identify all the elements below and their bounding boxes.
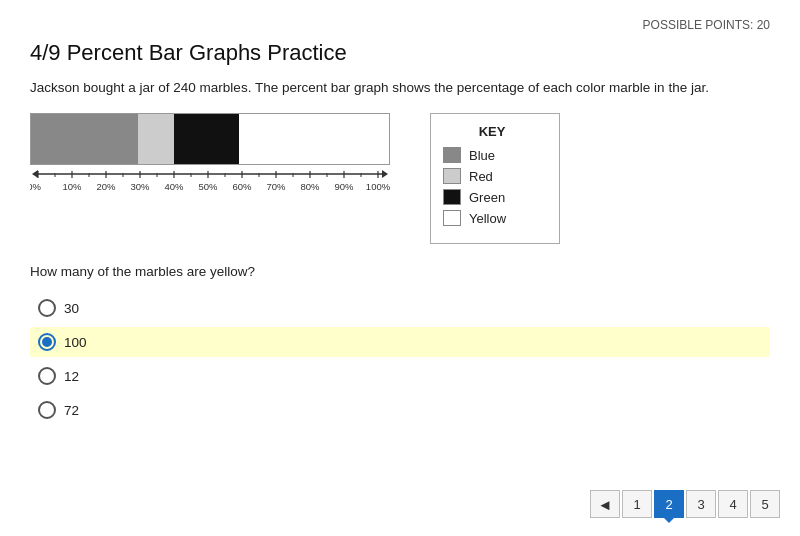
pagination: ◄ 1 2 3 4 5: [590, 490, 780, 518]
svg-marker-2: [382, 170, 388, 178]
sub-question: How many of the marbles are yellow?: [30, 264, 770, 279]
svg-text:40%: 40%: [164, 181, 184, 192]
option-30-label: 30: [64, 301, 79, 316]
option-72[interactable]: 72: [30, 395, 770, 425]
radio-100[interactable]: [38, 333, 56, 351]
option-100-label: 100: [64, 335, 87, 350]
page-btn-4[interactable]: 4: [718, 490, 748, 518]
bar-blue: [31, 114, 138, 164]
percent-bar: [30, 113, 390, 165]
svg-text:90%: 90%: [334, 181, 354, 192]
option-12[interactable]: 12: [30, 361, 770, 391]
bar-black: [174, 114, 238, 164]
key-swatch-green: [443, 189, 461, 205]
svg-text:0%: 0%: [30, 181, 41, 192]
key-swatch-blue: [443, 147, 461, 163]
axis: 0% 10% 20% 30% 40% 50% 60% 70% 80% 90% 1…: [30, 168, 390, 196]
bar-gray: [138, 114, 174, 164]
key-label-yellow: Yellow: [469, 211, 506, 226]
svg-text:60%: 60%: [232, 181, 252, 192]
answer-options: 30 100 12 72: [30, 293, 770, 425]
svg-text:100%: 100%: [366, 181, 390, 192]
page-btn-3[interactable]: 3: [686, 490, 716, 518]
prev-button[interactable]: ◄: [590, 490, 620, 518]
key-label-blue: Blue: [469, 148, 495, 163]
key-item-yellow: Yellow: [443, 210, 541, 226]
svg-text:70%: 70%: [266, 181, 286, 192]
key-swatch-red: [443, 168, 461, 184]
option-12-label: 12: [64, 369, 79, 384]
svg-text:80%: 80%: [300, 181, 320, 192]
key-item-green: Green: [443, 189, 541, 205]
page-btn-1[interactable]: 1: [622, 490, 652, 518]
problem-text: Jackson bought a jar of 240 marbles. The…: [30, 80, 770, 95]
svg-text:30%: 30%: [130, 181, 150, 192]
page-btn-5[interactable]: 5: [750, 490, 780, 518]
radio-100-inner: [42, 337, 52, 347]
key-label-red: Red: [469, 169, 493, 184]
key-label-green: Green: [469, 190, 505, 205]
radio-72[interactable]: [38, 401, 56, 419]
option-30[interactable]: 30: [30, 293, 770, 323]
svg-text:20%: 20%: [96, 181, 116, 192]
possible-points: POSSIBLE POINTS: 20: [30, 18, 770, 32]
key-swatch-yellow: [443, 210, 461, 226]
svg-marker-1: [32, 170, 38, 178]
radio-12[interactable]: [38, 367, 56, 385]
option-72-label: 72: [64, 403, 79, 418]
key-item-blue: Blue: [443, 147, 541, 163]
key-item-red: Red: [443, 168, 541, 184]
page-btn-2[interactable]: 2: [654, 490, 684, 518]
radio-30[interactable]: [38, 299, 56, 317]
axis-svg: 0% 10% 20% 30% 40% 50% 60% 70% 80% 90% 1…: [30, 168, 390, 196]
key-title: KEY: [443, 124, 541, 139]
option-100[interactable]: 100: [30, 327, 770, 357]
bar-white: [239, 114, 389, 164]
svg-text:50%: 50%: [198, 181, 218, 192]
key-box: KEY Blue Red Green Yellow: [430, 113, 560, 244]
svg-text:10%: 10%: [62, 181, 82, 192]
bar-graph-section: 0% 10% 20% 30% 40% 50% 60% 70% 80% 90% 1…: [30, 113, 390, 196]
page-title: 4/9 Percent Bar Graphs Practice: [30, 40, 770, 66]
